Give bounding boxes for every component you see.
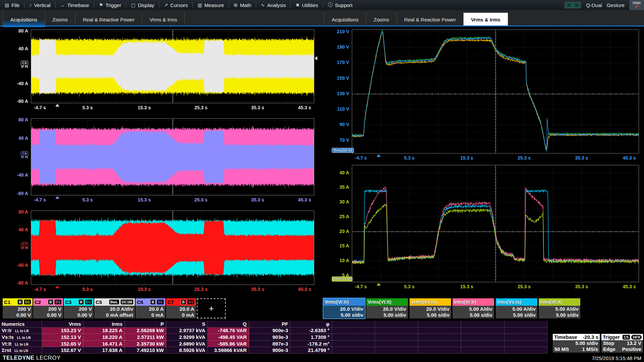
x-tick-label: 5.3 s — [394, 155, 424, 161]
trace-sdiv: 5.00 s/div — [497, 312, 536, 318]
qdual-grid-icon[interactable] — [564, 1, 581, 9]
channel-descriptor-c6[interactable]: C6BD1 20.0 A0 mA — [136, 298, 165, 318]
zero-badge-c5[interactable]: C5 — [21, 61, 28, 66]
gesture-label[interactable]: Gesture — [607, 2, 625, 8]
menu-item-cursors[interactable]: ↗Cursors — [159, 0, 193, 10]
menu-item-analysis[interactable]: ∿Analysis — [256, 0, 291, 10]
y-tick-label: 150 V — [327, 75, 349, 81]
x-tick-label: 25.3 s — [186, 105, 216, 110]
menu-item-trigger[interactable]: ⚑Trigger — [94, 0, 126, 10]
numerics-row-sub: LL to LN — [15, 343, 28, 346]
timebase-icon: ↔ — [60, 2, 65, 8]
channel-descriptor-c7[interactable]: C7BD1 20.0 A0 mA — [166, 298, 196, 318]
channel-offset: 0 mA — [168, 312, 194, 318]
zero-badge-c6[interactable]: C6 — [21, 151, 28, 156]
tab-right-zooms[interactable]: Zooms — [366, 13, 397, 26]
menu-item-timebase[interactable]: ↔Timebase — [56, 0, 94, 10]
channel-descriptor-c2[interactable]: C2BD1 200 V0.00 V — [33, 298, 63, 318]
x-tick-label: 35.3 s — [567, 155, 597, 161]
numerics-value: 18.220 A — [84, 334, 125, 341]
trace-descriptor-vrms-vt-it[interactable]: Vrms(Vt:It) 20.0 V/div5.00 s/div — [366, 298, 408, 318]
tab-left-vrms-irms[interactable]: Vrms & Irms — [142, 13, 185, 26]
y-tick-label: 80 A — [6, 28, 28, 34]
numerics-empty — [418, 321, 462, 327]
numerics-value: 7.49210 kW — [125, 347, 166, 354]
tab-right-acquisitions[interactable]: Acquisitions — [324, 13, 366, 26]
menu-item-display[interactable]: ▢Display — [126, 0, 159, 10]
numerics-value: -498.45 VAR — [208, 334, 249, 341]
trigger-panel[interactable]: Trigger C5 HFR Stop13.2 V EdgePositive — [601, 334, 643, 353]
channel-id: C5 — [96, 299, 102, 305]
x-tick-label: 45.3 s — [614, 155, 644, 161]
numerics-col-vrms: Vrms — [42, 321, 84, 327]
channel-descriptor-c5[interactable]: C5BwLDC1M 20.0 A/div0 mA offset — [94, 298, 135, 318]
trigger-time-marker[interactable] — [55, 196, 59, 199]
trace-descriptor-irms-vs-is[interactable]: Irms(Vs:Is) 5.00 A/div5.00 s/div — [496, 298, 537, 318]
numerics-empty — [461, 327, 504, 334]
y-tick-label: 110 V — [327, 106, 349, 112]
y-tick-label: 40 A — [6, 46, 28, 51]
brand-logo: TELEDYNE LECROY — [3, 355, 61, 361]
trace-descriptor-irms-vr-ir[interactable]: Irms(Vr:Ir) 5.00 A/div5.00 s/div — [452, 298, 494, 318]
tab-right-real-reactive-power[interactable]: Real & Reactive Power — [397, 13, 464, 26]
menu-item-utilities[interactable]: ✖Utilities — [291, 0, 323, 10]
channel-descriptor-c1[interactable]: C1BD1 200 V0.00 V — [3, 298, 33, 318]
menu-item-measure[interactable]: ▥Measure — [193, 0, 229, 10]
trigger-time-marker[interactable] — [377, 283, 381, 286]
trace-label-irms-vt-it[interactable]: Irms(Vt:It) — [332, 277, 353, 282]
y-tick-label: 80 A — [6, 117, 28, 122]
menu-item-vertical[interactable]: ↕Vertical — [24, 0, 55, 10]
badge-d1: D1 — [85, 299, 92, 305]
numerics-col-: φ — [290, 321, 332, 327]
menu-item-file[interactable]: ▤File — [0, 0, 24, 10]
plot-irms[interactable] — [352, 165, 639, 282]
trigger-level-marker[interactable] — [315, 56, 317, 60]
plot-acq-1[interactable] — [31, 29, 314, 103]
numerics-empty — [332, 327, 375, 334]
plot-vrms[interactable] — [352, 29, 639, 154]
undo-button[interactable]: Undo ↶ — [629, 0, 644, 10]
zero-badge-c7[interactable]: C7 — [21, 242, 28, 247]
trigger-time-marker[interactable] — [55, 104, 59, 107]
trigger-time-marker[interactable] — [377, 154, 381, 157]
plot-acq-2[interactable] — [31, 118, 314, 195]
trigger-time-marker[interactable] — [55, 286, 59, 288]
tab-right-vrms-irms[interactable]: Vrms & Irms — [464, 13, 508, 26]
numerics-row-label: Σrst — [2, 347, 11, 353]
channel-descriptor-c3[interactable]: C3BD1 200 V0.00 V — [64, 298, 94, 318]
tab-left-real-reactive-power[interactable]: Real & Reactive Power — [75, 13, 142, 26]
numerics-empty — [375, 327, 418, 334]
trigger-mode: Stop — [603, 340, 614, 346]
timebase-panel[interactable]: Timebase -20.3 s 5.00 s/div 50 MS1 MS/s — [553, 334, 600, 353]
numerics-value: 900e-3 — [249, 347, 291, 354]
trace-label-vrms-vr-ir[interactable]: Vrms(Vr:Ir) — [332, 148, 354, 153]
qdual-label[interactable]: Q-Dual — [586, 2, 602, 8]
numerics-value: 8.5926 kVA — [166, 347, 208, 354]
x-tick-label: -4.7 s — [25, 287, 55, 292]
add-trace-button[interactable]: + — [197, 298, 226, 318]
tab-left-acquisitions[interactable]: Acquisitions — [3, 13, 45, 26]
support-icon: ⓘ — [328, 2, 332, 8]
numerics-table[interactable]: NumericsVrmsIrmsPSQPFφVr:IrLL to LN153.2… — [0, 321, 547, 354]
numerics-empty — [418, 327, 462, 334]
tab-left-zooms[interactable]: Zooms — [45, 13, 75, 26]
menu-item-support[interactable]: ⓘSupport — [323, 0, 357, 10]
plot-acq-3[interactable] — [31, 210, 314, 285]
trace-descriptor-vrms-vs-is[interactable]: Vrms(Vs:Is) 20.0 V/div5.00 s/div — [410, 298, 451, 318]
badge-bwl: BwL — [109, 299, 119, 305]
trace-descriptor-vrms-vr-ir[interactable]: Vrms(Vr:Ir) 20.0 V/div5.00 s/div — [323, 298, 365, 318]
menu-item-math[interactable]: ⊞Math — [229, 0, 256, 10]
channel-scale: 200 V — [4, 306, 31, 312]
y-tick-label: -80 A — [6, 99, 28, 104]
vertical-icon: ↕ — [29, 2, 32, 8]
x-tick-label: 5.3 s — [394, 284, 424, 289]
trace-descriptor-irms-vt-it[interactable]: Irms(Vt:It) 5.00 A/div5.00 s/div — [539, 298, 580, 318]
numerics-empty — [332, 334, 375, 341]
x-tick-label: 35.3 s — [567, 284, 597, 289]
numerics-value: 2.57211 kW — [125, 334, 166, 341]
x-tick-label: 45.3 s — [289, 287, 320, 292]
channel-offset: 0.00 V — [35, 312, 61, 318]
numerics-empty — [332, 347, 375, 354]
y-tick-label: 20 A — [327, 229, 349, 234]
trace-vdiv: 5.00 A/div — [497, 306, 536, 312]
